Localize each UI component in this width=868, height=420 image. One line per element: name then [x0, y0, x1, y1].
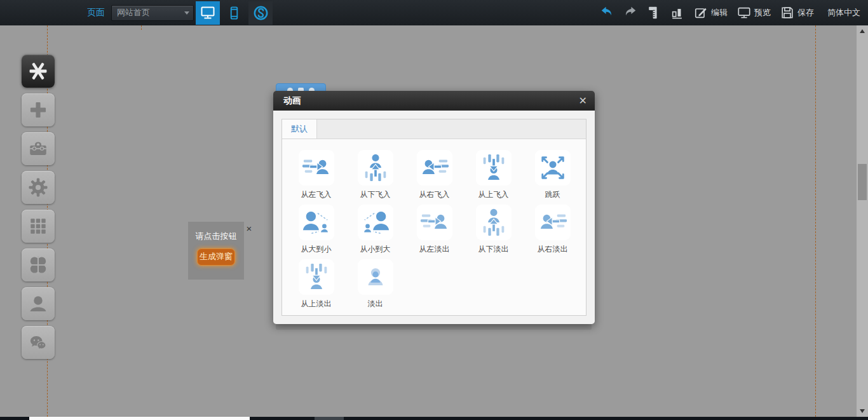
scroll-down-arrow-icon[interactable]: [860, 409, 865, 413]
animation-label: 从下飞入: [360, 189, 391, 200]
fade-out-left-icon: [417, 205, 452, 240]
grid-icon: [27, 215, 49, 237]
sidebar-button-plus[interactable]: [22, 93, 55, 126]
jump-icon: [535, 150, 571, 186]
animation-option-10[interactable]: 从右淡出: [523, 205, 582, 254]
animation-option-4[interactable]: 从上飞入: [464, 150, 523, 200]
sidebar-button-clover[interactable]: [22, 248, 55, 281]
link-circle-icon: [253, 5, 269, 21]
animation-option-2[interactable]: 从下飞入: [346, 150, 405, 200]
pencil-edit-icon: [694, 6, 708, 20]
sidebar-button-grid[interactable]: [22, 210, 55, 243]
fade-out-right-icon: [535, 205, 571, 240]
animation-modal: 动画 ✕ 默认 从左飞入从下飞入从右飞入从上飞入跳跃从大到小从小到大从左淡出从下…: [273, 91, 595, 324]
popup-trigger-widget[interactable]: 请点击按钮 生成弹窗: [188, 222, 244, 280]
fly-in-right-icon: [417, 150, 452, 186]
page-select-value: 网站首页: [117, 7, 184, 18]
undo-button[interactable]: [600, 6, 614, 20]
animation-option-12[interactable]: 淡出: [346, 259, 405, 309]
fly-in-left-icon: [299, 150, 334, 186]
save-button-label: 保存: [797, 7, 814, 18]
animation-label: 从左飞入: [301, 189, 332, 200]
mobile-icon: [227, 6, 241, 20]
desktop-view-button[interactable]: [196, 1, 220, 25]
layout-guide-right: [815, 25, 816, 417]
page-select[interactable]: 网站首页: [111, 5, 194, 21]
fly-in-bottom-icon: [358, 150, 393, 186]
horizontal-scrollbar-thumb[interactable]: [315, 417, 344, 420]
design-tools-icon: [27, 60, 49, 82]
vertical-scrollbar-thumb[interactable]: [858, 164, 867, 200]
fade-out-bottom-icon: [476, 205, 512, 240]
animation-option-1[interactable]: 从左飞入: [287, 150, 346, 200]
bottom-bar-track: [29, 417, 250, 420]
preview-button[interactable]: 预览: [737, 6, 771, 20]
widget-hint-text: 请点击按钮: [188, 231, 244, 242]
animation-option-5[interactable]: 跳跃: [523, 150, 582, 200]
person-icon: [27, 293, 49, 315]
desktop-icon: [200, 5, 215, 20]
sidebar-button-design-tools[interactable]: [22, 55, 55, 88]
chevron-down-icon: [184, 11, 189, 15]
monitor-preview-icon: [737, 6, 751, 20]
animation-label: 从上飞入: [478, 189, 509, 200]
link-button[interactable]: [248, 1, 273, 25]
page-label: 页面: [87, 7, 105, 18]
animation-label: 从小到大: [360, 244, 391, 254]
edit-button[interactable]: 编辑: [694, 6, 728, 20]
animation-label: 从左淡出: [419, 244, 450, 254]
floppy-save-icon: [780, 6, 794, 20]
sidebar-button-gear[interactable]: [22, 171, 55, 204]
animation-option-9[interactable]: 从下淡出: [464, 205, 523, 254]
wechat-icon: [27, 332, 49, 353]
toolbox-icon: [27, 138, 49, 159]
gear-icon: [27, 177, 49, 198]
stats-button[interactable]: [670, 6, 684, 20]
plus-icon: [27, 99, 49, 121]
sidebar-button-person[interactable]: [22, 287, 55, 320]
save-button[interactable]: 保存: [780, 6, 814, 20]
modal-title: 动画: [283, 95, 579, 107]
animation-option-8[interactable]: 从左淡出: [405, 205, 464, 254]
modal-body: 默认 从左飞入从下飞入从右飞入从上飞入跳跃从大到小从小到大从左淡出从下淡出从右淡…: [273, 111, 595, 324]
redo-button[interactable]: [623, 6, 637, 20]
tab-default[interactable]: 默认: [282, 119, 317, 139]
vertical-scrollbar[interactable]: [857, 25, 868, 417]
popup-box-edge: [276, 324, 592, 330]
bottom-bar: [0, 417, 868, 420]
sidebar-button-wechat[interactable]: [22, 326, 55, 359]
modal-close-icon[interactable]: ✕: [579, 96, 587, 106]
animation-label: 从右淡出: [538, 244, 568, 254]
animation-option-6[interactable]: 从大到小: [287, 205, 346, 254]
animation-label: 从上淡出: [301, 299, 332, 309]
language-label[interactable]: 简体中文: [827, 7, 860, 18]
bar-chart-icon: [670, 6, 684, 20]
fade-out-top-icon: [299, 259, 334, 295]
generate-popup-button[interactable]: 生成弹窗: [197, 248, 235, 266]
editor-app: 页面 网站首页 编辑 预览 保存: [0, 0, 868, 420]
animation-label: 从下淡出: [478, 244, 509, 254]
animation-label: 从右飞入: [419, 189, 450, 200]
ruler-button[interactable]: [647, 6, 661, 20]
preview-button-label: 预览: [754, 7, 771, 18]
small-to-big-icon: [358, 205, 393, 240]
sidebar-button-toolbox[interactable]: [22, 132, 55, 165]
scroll-up-arrow-icon[interactable]: [860, 29, 865, 33]
clover-icon: [27, 254, 49, 276]
animation-option-11[interactable]: 从上淡出: [287, 259, 346, 309]
layout-guide-tick: [141, 25, 142, 30]
mobile-view-button[interactable]: [222, 1, 246, 25]
modal-header[interactable]: 动画 ✕: [273, 91, 595, 111]
fly-in-top-icon: [476, 150, 512, 186]
animation-label: 淡出: [368, 299, 383, 309]
modal-tabstrip: 默认: [282, 119, 586, 139]
ruler-icon: [647, 6, 661, 20]
animation-option-7[interactable]: 从小到大: [346, 205, 405, 254]
undo-icon: [600, 6, 614, 20]
animation-label: 跳跃: [545, 189, 560, 200]
animation-label: 从大到小: [301, 244, 332, 254]
left-sidebar: [22, 55, 55, 359]
fade-out-icon: [358, 259, 393, 295]
animation-option-3[interactable]: 从右飞入: [405, 150, 464, 200]
widget-close-icon[interactable]: ×: [245, 224, 254, 233]
